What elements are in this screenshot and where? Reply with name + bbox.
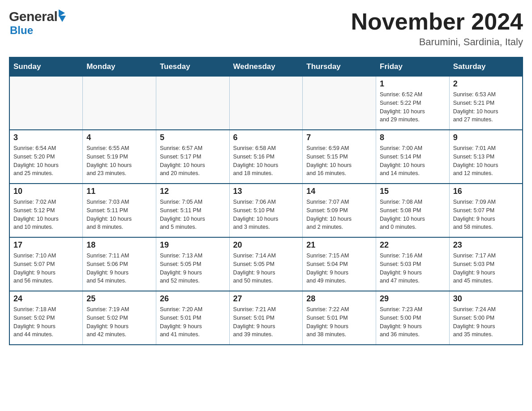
title-section: November 2024 Barumini, Sardinia, Italy [351, 9, 523, 48]
day-number: 18 [86, 240, 152, 250]
header-thursday: Thursday [303, 57, 376, 76]
table-row: 28Sunrise: 7:22 AMSunset: 5:01 PMDayligh… [303, 291, 376, 345]
day-info: Sunrise: 6:59 AMSunset: 5:15 PMDaylight:… [306, 144, 372, 178]
calendar-table: SundayMondayTuesdayWednesdayThursdayFrid… [9, 57, 523, 345]
day-info: Sunrise: 6:54 AMSunset: 5:20 PMDaylight:… [13, 144, 79, 178]
day-number: 10 [13, 187, 79, 196]
table-row [83, 76, 156, 130]
logo-triangle-icon [59, 9, 66, 22]
table-row: 14Sunrise: 7:07 AMSunset: 5:09 PMDayligh… [303, 184, 376, 237]
day-info: Sunrise: 7:16 AMSunset: 5:03 PMDaylight:… [380, 252, 446, 285]
day-info: Sunrise: 7:01 AMSunset: 5:13 PMDaylight:… [453, 144, 519, 178]
table-row: 19Sunrise: 7:13 AMSunset: 5:05 PMDayligh… [156, 237, 229, 291]
header-sunday: Sunday [9, 57, 83, 76]
day-number: 15 [380, 187, 446, 196]
header-friday: Friday [376, 57, 450, 76]
day-number: 16 [453, 187, 519, 196]
day-info: Sunrise: 7:20 AMSunset: 5:01 PMDaylight:… [160, 305, 226, 339]
day-info: Sunrise: 7:24 AMSunset: 5:00 PMDaylight:… [453, 305, 519, 339]
logo-general-text: General [9, 9, 57, 24]
table-row: 2Sunrise: 6:53 AMSunset: 5:21 PMDaylight… [449, 76, 523, 130]
day-number: 26 [160, 294, 226, 304]
logo: General Blue [9, 9, 66, 37]
calendar-header-row: SundayMondayTuesdayWednesdayThursdayFrid… [9, 57, 523, 76]
calendar-week-1: 1Sunrise: 6:52 AMSunset: 5:22 PMDaylight… [9, 76, 523, 130]
day-info: Sunrise: 7:05 AMSunset: 5:11 PMDaylight:… [160, 198, 226, 231]
day-info: Sunrise: 6:57 AMSunset: 5:17 PMDaylight:… [160, 144, 226, 178]
header-tuesday: Tuesday [156, 57, 229, 76]
day-number: 21 [306, 240, 372, 250]
day-number: 27 [233, 294, 299, 304]
page-header: General Blue November 2024 Barumini, Sar… [9, 9, 523, 48]
day-info: Sunrise: 7:23 AMSunset: 5:00 PMDaylight:… [380, 305, 446, 339]
day-number: 8 [380, 133, 446, 142]
day-number: 29 [380, 294, 446, 304]
day-number: 6 [233, 133, 299, 142]
table-row: 22Sunrise: 7:16 AMSunset: 5:03 PMDayligh… [376, 237, 450, 291]
day-number: 1 [380, 79, 446, 89]
table-row: 30Sunrise: 7:24 AMSunset: 5:00 PMDayligh… [449, 291, 523, 345]
month-title: November 2024 [351, 9, 523, 34]
day-info: Sunrise: 7:15 AMSunset: 5:04 PMDaylight:… [306, 252, 372, 285]
table-row: 5Sunrise: 6:57 AMSunset: 5:17 PMDaylight… [156, 130, 229, 184]
day-number: 7 [306, 133, 372, 142]
table-row: 3Sunrise: 6:54 AMSunset: 5:20 PMDaylight… [9, 130, 83, 184]
day-info: Sunrise: 7:06 AMSunset: 5:10 PMDaylight:… [233, 198, 299, 231]
table-row: 27Sunrise: 7:21 AMSunset: 5:01 PMDayligh… [229, 291, 303, 345]
table-row [229, 76, 303, 130]
day-info: Sunrise: 6:58 AMSunset: 5:16 PMDaylight:… [233, 144, 299, 178]
day-number: 22 [380, 240, 446, 250]
day-number: 4 [86, 133, 152, 142]
day-number: 13 [233, 187, 299, 196]
table-row: 6Sunrise: 6:58 AMSunset: 5:16 PMDaylight… [229, 130, 303, 184]
day-info: Sunrise: 6:53 AMSunset: 5:21 PMDaylight:… [453, 90, 519, 124]
table-row: 25Sunrise: 7:19 AMSunset: 5:02 PMDayligh… [83, 291, 156, 345]
day-number: 3 [13, 133, 79, 142]
calendar-week-4: 17Sunrise: 7:10 AMSunset: 5:07 PMDayligh… [9, 237, 523, 291]
header-monday: Monday [83, 57, 156, 76]
day-number: 12 [160, 187, 226, 196]
table-row: 9Sunrise: 7:01 AMSunset: 5:13 PMDaylight… [449, 130, 523, 184]
table-row [9, 76, 83, 130]
day-number: 14 [306, 187, 372, 196]
table-row: 18Sunrise: 7:11 AMSunset: 5:06 PMDayligh… [83, 237, 156, 291]
table-row [156, 76, 229, 130]
day-number: 5 [160, 133, 226, 142]
calendar-week-5: 24Sunrise: 7:18 AMSunset: 5:02 PMDayligh… [9, 291, 523, 345]
table-row: 11Sunrise: 7:03 AMSunset: 5:11 PMDayligh… [83, 184, 156, 237]
day-number: 24 [13, 294, 79, 304]
table-row: 16Sunrise: 7:09 AMSunset: 5:07 PMDayligh… [449, 184, 523, 237]
table-row: 20Sunrise: 7:14 AMSunset: 5:05 PMDayligh… [229, 237, 303, 291]
table-row: 1Sunrise: 6:52 AMSunset: 5:22 PMDaylight… [376, 76, 450, 130]
table-row: 21Sunrise: 7:15 AMSunset: 5:04 PMDayligh… [303, 237, 376, 291]
location: Barumini, Sardinia, Italy [351, 36, 523, 48]
table-row: 7Sunrise: 6:59 AMSunset: 5:15 PMDaylight… [303, 130, 376, 184]
table-row: 26Sunrise: 7:20 AMSunset: 5:01 PMDayligh… [156, 291, 229, 345]
day-number: 17 [13, 240, 79, 250]
day-info: Sunrise: 7:08 AMSunset: 5:08 PMDaylight:… [380, 198, 446, 231]
table-row: 10Sunrise: 7:02 AMSunset: 5:12 PMDayligh… [9, 184, 83, 237]
day-number: 23 [453, 240, 519, 250]
day-info: Sunrise: 7:14 AMSunset: 5:05 PMDaylight:… [233, 252, 299, 285]
table-row: 29Sunrise: 7:23 AMSunset: 5:00 PMDayligh… [376, 291, 450, 345]
day-info: Sunrise: 6:55 AMSunset: 5:19 PMDaylight:… [86, 144, 152, 178]
table-row: 4Sunrise: 6:55 AMSunset: 5:19 PMDaylight… [83, 130, 156, 184]
day-info: Sunrise: 7:09 AMSunset: 5:07 PMDaylight:… [453, 198, 519, 231]
day-number: 30 [453, 294, 519, 304]
day-info: Sunrise: 7:07 AMSunset: 5:09 PMDaylight:… [306, 198, 372, 231]
table-row [303, 76, 376, 130]
day-info: Sunrise: 7:19 AMSunset: 5:02 PMDaylight:… [86, 305, 152, 339]
day-info: Sunrise: 7:11 AMSunset: 5:06 PMDaylight:… [86, 252, 152, 285]
day-number: 2 [453, 79, 519, 89]
calendar-week-3: 10Sunrise: 7:02 AMSunset: 5:12 PMDayligh… [9, 184, 523, 237]
table-row: 12Sunrise: 7:05 AMSunset: 5:11 PMDayligh… [156, 184, 229, 237]
day-info: Sunrise: 7:22 AMSunset: 5:01 PMDaylight:… [306, 305, 372, 339]
day-info: Sunrise: 7:03 AMSunset: 5:11 PMDaylight:… [86, 198, 152, 231]
table-row: 15Sunrise: 7:08 AMSunset: 5:08 PMDayligh… [376, 184, 450, 237]
day-info: Sunrise: 7:13 AMSunset: 5:05 PMDaylight:… [160, 252, 226, 285]
day-info: Sunrise: 7:10 AMSunset: 5:07 PMDaylight:… [13, 252, 79, 285]
day-info: Sunrise: 7:17 AMSunset: 5:03 PMDaylight:… [453, 252, 519, 285]
day-info: Sunrise: 7:21 AMSunset: 5:01 PMDaylight:… [233, 305, 299, 339]
table-row: 17Sunrise: 7:10 AMSunset: 5:07 PMDayligh… [9, 237, 83, 291]
calendar-week-2: 3Sunrise: 6:54 AMSunset: 5:20 PMDaylight… [9, 130, 523, 184]
